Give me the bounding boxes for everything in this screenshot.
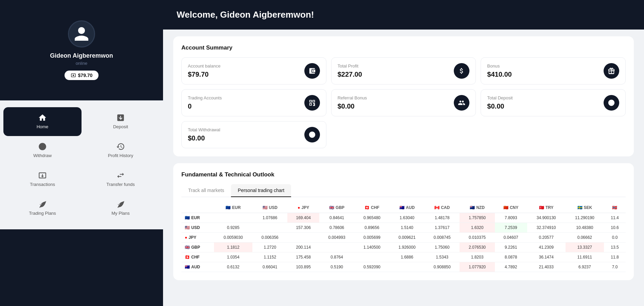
nav-profit-history-label: Profit History — [108, 153, 133, 159]
balance-amount: $79.70 — [78, 73, 93, 78]
outlook-card: Fundamental & Technical Outlook Track al… — [173, 163, 634, 280]
table-row: 🇬🇧 GBP 1.1812 1.2720 200.114 1.140500 1.… — [181, 243, 626, 252]
col-header-empty — [181, 203, 214, 213]
nav-home-label: Home — [37, 124, 49, 130]
table-row: 🇨🇭 CHF 1.0354 1.1152 175.458 0.8764 1.68… — [181, 252, 626, 262]
referral-bonus-icon — [454, 95, 469, 111]
user-status: online — [76, 61, 88, 66]
trading-accounts-card: Trading Accounts 0 — [181, 89, 326, 116]
user-name: Gideon Aigberemwon — [50, 52, 113, 59]
account-balance-label: Account balance — [188, 63, 220, 69]
total-deposit-label: Total Deposit — [487, 95, 513, 100]
account-summary-card: Account Summary Account balance $79.70 T… — [173, 36, 634, 156]
referral-bonus-value: $0.00 — [338, 102, 367, 110]
total-withdrawal-icon — [304, 127, 320, 142]
outlook-title: Fundamental & Technical Outlook — [181, 171, 626, 178]
table-row: ● JPY 0.0059030 0.006356 0.004993 0.0056… — [181, 233, 626, 243]
sidebar-item-withdraw[interactable]: Withdraw — [3, 136, 82, 165]
nav-my-plans-label: My Plans — [111, 211, 129, 216]
col-header-eur: 🇪🇺 EUR — [214, 203, 252, 213]
withdrawal-row: Total Withdrawal $0.00 — [181, 121, 626, 148]
content-area: Account Summary Account balance $79.70 T… — [173, 30, 634, 280]
col-header-cad: 🇨🇦 CAD — [425, 203, 460, 213]
col-header-aud: 🇦🇺 AUD — [390, 203, 425, 213]
balance-badge: $79.70 — [65, 71, 99, 80]
table-header-row: 🇪🇺 EUR 🇺🇸 USD ● JPY 🇬🇧 GBP 🇨🇭 CHF 🇦🇺 AUD… — [181, 203, 626, 213]
total-withdrawal-label: Total Withdrawal — [188, 127, 220, 132]
total-deposit-icon — [604, 95, 619, 111]
trading-accounts-icon — [304, 95, 320, 111]
total-profit-card: Total Profit $227.00 — [331, 57, 476, 84]
welcome-header: Welcome, Gideon Aigberemwon! — [163, 0, 644, 30]
table-row: 🇪🇺 EUR 1.07686 169.404 0.84641 0.965480 … — [181, 213, 626, 223]
sidebar-item-transactions[interactable]: Transactions — [3, 165, 82, 194]
col-header-nok: 🇳🇴 — [604, 203, 626, 213]
account-summary-title: Account Summary — [181, 44, 626, 51]
total-deposit-value: $0.00 — [487, 102, 513, 110]
sidebar-profile: Gideon Aigberemwon online $79.70 — [0, 10, 163, 100]
market-table-wrapper: 🇪🇺 EUR 🇺🇸 USD ● JPY 🇬🇧 GBP 🇨🇭 CHF 🇦🇺 AUD… — [181, 203, 626, 272]
summary-grid: Account balance $79.70 Total Profit $227… — [181, 57, 626, 116]
sidebar-item-trading-plans[interactable]: Trading Plans — [3, 194, 82, 223]
nav-deposit-label: Deposit — [113, 124, 128, 130]
col-header-usd: 🇺🇸 USD — [252, 203, 287, 213]
total-withdrawal-card: Total Withdrawal $0.00 — [181, 121, 326, 148]
nav-grid: Home Deposit Withdraw Profit History Tra… — [0, 100, 163, 229]
col-header-try: 🇹🇷 TRY — [527, 203, 566, 213]
nav-withdraw-label: Withdraw — [33, 153, 52, 159]
account-balance-icon — [304, 63, 320, 79]
account-balance-card: Account balance $79.70 — [181, 57, 326, 84]
main-content: Welcome, Gideon Aigberemwon! Account Sum… — [163, 0, 644, 306]
tabs-row: Track all markets Personal trading chart — [181, 184, 626, 197]
sidebar-item-home[interactable]: Home — [3, 107, 82, 136]
tab-personal-trading-chart[interactable]: Personal trading chart — [231, 184, 291, 197]
total-profit-label: Total Profit — [338, 63, 362, 69]
trading-accounts-label: Trading Accounts — [188, 95, 222, 100]
nav-trading-plans-label: Trading Plans — [29, 211, 56, 216]
sidebar: Gideon Aigberemwon online $79.70 Home De… — [0, 0, 163, 306]
table-row: 🇦🇺 AUD 0.6132 0.66041 103.895 0.5190 0.5… — [181, 262, 626, 272]
welcome-text: Welcome, Gideon Aigberemwon! — [177, 9, 314, 20]
col-header-sek: 🇸🇪 SEK — [566, 203, 604, 213]
col-header-jpy: ● JPY — [287, 203, 319, 213]
referral-bonus-label: Referral Bonus — [338, 95, 367, 100]
avatar — [68, 20, 95, 47]
nav-transfer-funds-label: Transfer funds — [106, 182, 135, 188]
total-profit-value: $227.00 — [338, 71, 362, 78]
bonus-card: Bonus $410.00 — [481, 57, 626, 84]
bonus-icon — [604, 63, 619, 79]
table-row: 🇺🇸 USD 0.9285 157.306 0.78606 0.89656 1.… — [181, 223, 626, 233]
col-header-cny: 🇨🇳 CNY — [495, 203, 527, 213]
market-table: 🇪🇺 EUR 🇺🇸 USD ● JPY 🇬🇧 GBP 🇨🇭 CHF 🇦🇺 AUD… — [181, 203, 626, 272]
col-header-gbp: 🇬🇧 GBP — [319, 203, 354, 213]
total-deposit-card: Total Deposit $0.00 — [481, 89, 626, 116]
account-balance-value: $79.70 — [188, 71, 220, 78]
sidebar-item-profit-history[interactable]: Profit History — [82, 136, 160, 165]
col-header-chf: 🇨🇭 CHF — [354, 203, 389, 213]
trading-accounts-value: 0 — [188, 102, 222, 110]
total-withdrawal-value: $0.00 — [188, 134, 220, 142]
sidebar-item-deposit[interactable]: Deposit — [82, 107, 160, 136]
tab-track-all-markets[interactable]: Track all markets — [181, 184, 231, 197]
bonus-value: $410.00 — [487, 71, 512, 78]
total-profit-icon — [454, 63, 469, 79]
sidebar-item-transfer-funds[interactable]: Transfer funds — [82, 165, 160, 194]
referral-bonus-card: Referral Bonus $0.00 — [331, 89, 476, 116]
sidebar-item-my-plans[interactable]: My Plans — [82, 194, 160, 223]
nav-transactions-label: Transactions — [30, 182, 55, 188]
bonus-label: Bonus — [487, 63, 512, 69]
col-header-nzd: 🇳🇿 NZD — [460, 203, 495, 213]
